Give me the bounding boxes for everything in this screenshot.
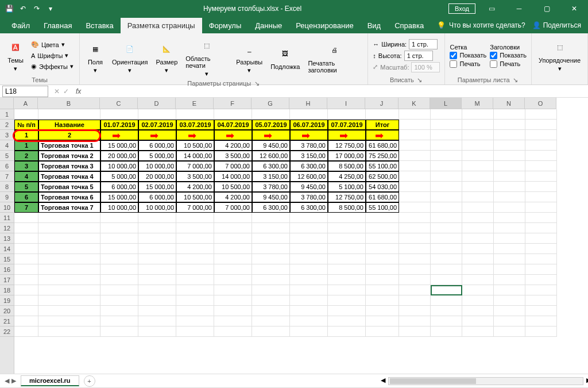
cell[interactable]: [525, 326, 557, 337]
horizontal-scrollbar[interactable]: ◀ ▶: [388, 377, 588, 385]
cell[interactable]: [290, 295, 328, 306]
cell[interactable]: [462, 254, 494, 264]
cell[interactable]: [14, 213, 38, 223]
cell[interactable]: [328, 306, 366, 316]
cell[interactable]: 55 100,00: [366, 161, 399, 171]
row-head-21[interactable]: 21: [0, 316, 14, 326]
cell[interactable]: 61 680,00: [366, 192, 399, 202]
cell[interactable]: [399, 244, 431, 254]
cell[interactable]: 03.07.2019: [176, 120, 214, 130]
cell[interactable]: 9 450,00: [290, 182, 328, 192]
cell[interactable]: [14, 316, 38, 326]
cell[interactable]: [525, 233, 557, 244]
cell[interactable]: [462, 295, 494, 306]
tell-me-input[interactable]: 💡 Что вы хотите сделать?: [437, 21, 525, 29]
row-head-20[interactable]: 20: [0, 306, 14, 316]
cell[interactable]: [525, 109, 557, 120]
cell[interactable]: [494, 223, 525, 233]
cell[interactable]: [399, 140, 431, 151]
cell[interactable]: [525, 161, 557, 171]
cell[interactable]: [38, 285, 100, 295]
cell[interactable]: [290, 213, 328, 223]
headings-print-checkbox[interactable]: Печать: [490, 60, 527, 68]
cell[interactable]: [431, 151, 462, 161]
cell[interactable]: [14, 326, 38, 337]
cell[interactable]: [138, 233, 176, 244]
orientation-button[interactable]: 📄Ориентация▾: [110, 39, 150, 75]
gridlines-print-checkbox[interactable]: Печать: [450, 60, 486, 68]
cell[interactable]: 3: [14, 161, 38, 171]
cell[interactable]: [38, 295, 100, 306]
cell[interactable]: [399, 171, 431, 182]
cell[interactable]: [462, 182, 494, 192]
save-icon[interactable]: 💾: [3, 3, 15, 14]
cell[interactable]: 02.07.2019: [138, 120, 176, 130]
cell[interactable]: [431, 192, 462, 202]
cell[interactable]: [399, 326, 431, 337]
cell[interactable]: [14, 264, 38, 275]
cell[interactable]: [431, 306, 462, 316]
col-head-B[interactable]: B: [38, 98, 100, 109]
cell[interactable]: [290, 244, 328, 254]
cell[interactable]: [462, 244, 494, 254]
cell[interactable]: 6 300,00: [252, 161, 290, 171]
cell[interactable]: [328, 233, 366, 244]
cell[interactable]: [462, 306, 494, 316]
cell[interactable]: [138, 275, 176, 285]
cell[interactable]: [176, 264, 214, 275]
cell[interactable]: 3 500,00: [176, 171, 214, 182]
cell[interactable]: [462, 223, 494, 233]
row-head-8[interactable]: 8: [0, 182, 14, 192]
cell[interactable]: [399, 254, 431, 264]
cell[interactable]: [100, 264, 138, 275]
cell[interactable]: Торговая точка 7: [38, 202, 100, 213]
cell[interactable]: [328, 213, 366, 223]
cell[interactable]: [431, 295, 462, 306]
cell[interactable]: [328, 223, 366, 233]
cell[interactable]: [328, 109, 366, 120]
cell[interactable]: 54 030,00: [366, 182, 399, 192]
cell[interactable]: [176, 316, 214, 326]
cell[interactable]: [252, 233, 290, 244]
cell[interactable]: [138, 306, 176, 316]
cell[interactable]: 1: [14, 140, 38, 151]
cell[interactable]: [399, 182, 431, 192]
cell[interactable]: [431, 233, 462, 244]
cell[interactable]: [100, 254, 138, 264]
cell[interactable]: [462, 171, 494, 182]
cell[interactable]: [100, 244, 138, 254]
cell[interactable]: 3 780,00: [290, 192, 328, 202]
cell[interactable]: 8 500,00: [328, 202, 366, 213]
row-head-3[interactable]: 3: [0, 130, 14, 140]
width-input[interactable]: [409, 39, 438, 49]
cell[interactable]: 62 500,00: [366, 171, 399, 182]
maximize-button[interactable]: ▢: [535, 1, 558, 17]
cell[interactable]: 3 780,00: [252, 182, 290, 192]
cell[interactable]: [38, 223, 100, 233]
cell[interactable]: [176, 285, 214, 295]
cell[interactable]: [399, 316, 431, 326]
cell[interactable]: [138, 109, 176, 120]
cell[interactable]: [252, 109, 290, 120]
cell[interactable]: [399, 213, 431, 223]
row-head-2[interactable]: 2: [0, 120, 14, 130]
cell[interactable]: 4 250,00: [328, 171, 366, 182]
cell[interactable]: [176, 223, 214, 233]
cell[interactable]: [214, 254, 252, 264]
col-head-F[interactable]: F: [214, 98, 252, 109]
size-button[interactable]: 📐Размер▾: [153, 39, 180, 75]
cell[interactable]: [290, 233, 328, 244]
cell[interactable]: 10 000,00: [100, 202, 138, 213]
cell[interactable]: [214, 264, 252, 275]
row-head-12[interactable]: 12: [0, 223, 14, 233]
cell[interactable]: 1: [14, 130, 38, 140]
cell[interactable]: [494, 161, 525, 171]
cell[interactable]: [138, 285, 176, 295]
cell[interactable]: [252, 244, 290, 254]
breaks-button[interactable]: ⎯Разрывы▾: [234, 39, 265, 75]
cell[interactable]: [176, 275, 214, 285]
tab-help[interactable]: Справка: [388, 18, 431, 33]
cell[interactable]: [252, 264, 290, 275]
ribbon-options-icon[interactable]: ▭: [480, 1, 503, 17]
col-head-K[interactable]: K: [399, 98, 430, 109]
